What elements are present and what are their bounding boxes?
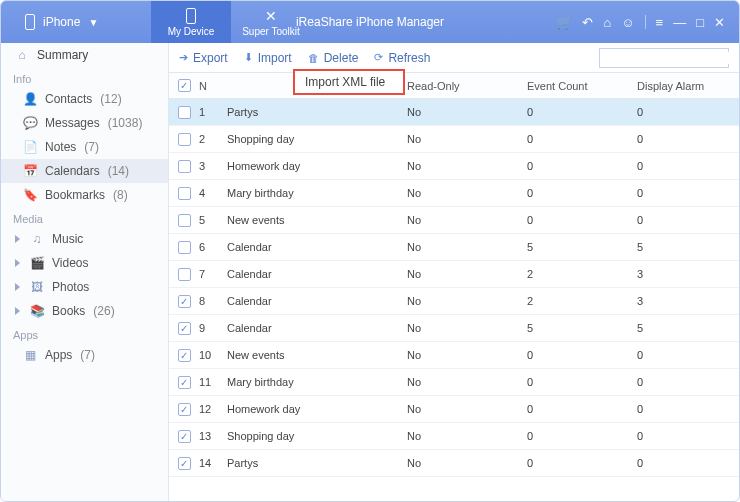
table-row[interactable]: 9CalendarNo55 [169, 315, 739, 342]
cell-displayalarm: 0 [637, 376, 739, 388]
table-row[interactable]: 12Homework dayNo00 [169, 396, 739, 423]
item-icon: 📅 [23, 164, 37, 178]
row-checkbox[interactable] [178, 133, 191, 146]
row-checkbox[interactable] [178, 403, 191, 416]
cell-name: New events [227, 214, 407, 226]
cell-readonly: No [407, 160, 527, 172]
menu-icon[interactable]: ≡ [656, 15, 664, 30]
sidebar-item-summary[interactable]: ⌂ Summary [1, 43, 168, 67]
cell-index: 9 [199, 322, 227, 334]
sidebar-item-music[interactable]: ♫Music [1, 227, 168, 251]
col-eventcount-header[interactable]: Event Count [527, 80, 637, 92]
row-checkbox[interactable] [178, 268, 191, 281]
minimize-icon[interactable]: — [673, 15, 686, 30]
sidebar-item-books[interactable]: 📚Books (26) [1, 299, 168, 323]
table-row[interactable]: 5New eventsNo00 [169, 207, 739, 234]
cell-index: 11 [199, 376, 227, 388]
sidebar-heading-apps: Apps [1, 323, 168, 343]
home-icon[interactable]: ⌂ [603, 15, 611, 30]
device-label: iPhone [43, 15, 80, 29]
cell-name: New events [227, 349, 407, 361]
sidebar-item-photos[interactable]: 🖼Photos [1, 275, 168, 299]
sidebar-item-label: Contacts [45, 92, 92, 106]
row-checkbox[interactable] [178, 106, 191, 119]
cell-eventcount: 0 [527, 133, 637, 145]
row-checkbox[interactable] [178, 187, 191, 200]
tab-my-device[interactable]: My Device [151, 1, 231, 43]
maximize-icon[interactable]: □ [696, 15, 704, 30]
cell-displayalarm: 0 [637, 133, 739, 145]
row-checkbox[interactable] [178, 241, 191, 254]
row-checkbox[interactable] [178, 349, 191, 362]
row-checkbox[interactable] [178, 376, 191, 389]
row-checkbox[interactable] [178, 322, 191, 335]
cell-name: Shopping day [227, 133, 407, 145]
separator [645, 15, 646, 29]
cell-index: 8 [199, 295, 227, 307]
row-checkbox[interactable] [178, 160, 191, 173]
row-checkbox[interactable] [178, 457, 191, 470]
table-row[interactable]: 10New eventsNo00 [169, 342, 739, 369]
cell-index: 6 [199, 241, 227, 253]
refresh-icon: ⟳ [374, 51, 383, 64]
sidebar-item-notes[interactable]: 📄Notes (7) [1, 135, 168, 159]
row-checkbox[interactable] [178, 295, 191, 308]
sidebar-item-messages[interactable]: 💬Messages (1038) [1, 111, 168, 135]
import-button[interactable]: ⬇ Import [244, 51, 292, 65]
cell-displayalarm: 0 [637, 457, 739, 469]
sidebar-item-label: Messages [45, 116, 100, 130]
search-input[interactable] [604, 52, 740, 64]
cell-index: 10 [199, 349, 227, 361]
table-row[interactable]: 7CalendarNo23 [169, 261, 739, 288]
table-row[interactable]: 4Mary birthdayNo00 [169, 180, 739, 207]
table-row[interactable]: 14PartysNo00 [169, 450, 739, 477]
trash-icon: 🗑 [308, 52, 319, 64]
cell-index: 12 [199, 403, 227, 415]
item-icon: 🔖 [23, 188, 37, 202]
item-icon: 🖼 [30, 280, 44, 294]
cell-readonly: No [407, 403, 527, 415]
import-icon: ⬇ [244, 51, 253, 64]
table-row[interactable]: 6CalendarNo55 [169, 234, 739, 261]
sidebar-item-contacts[interactable]: 👤Contacts (12) [1, 87, 168, 111]
sidebar-item-count: (8) [113, 188, 128, 202]
table-row[interactable]: 11Mary birthdayNo00 [169, 369, 739, 396]
cell-displayalarm: 0 [637, 403, 739, 415]
search-box[interactable]: 🔍 [599, 48, 729, 68]
tools-icon: ✕ [265, 8, 277, 24]
col-name-header[interactable]: N [199, 80, 227, 92]
table-row[interactable]: 3Homework dayNo00 [169, 153, 739, 180]
cart-icon[interactable]: 🛒 [556, 15, 572, 30]
dropdown-item-import-xml[interactable]: Import XML file [295, 71, 403, 93]
sidebar-item-count: (1038) [108, 116, 143, 130]
sidebar-item-calendars[interactable]: 📅Calendars (14) [1, 159, 168, 183]
main-tabs: My Device ✕ Super Toolkit [151, 1, 311, 43]
row-checkbox[interactable] [178, 214, 191, 227]
delete-button[interactable]: 🗑 Delete [308, 51, 359, 65]
cell-displayalarm: 0 [637, 430, 739, 442]
device-selector[interactable]: iPhone ▼ [15, 10, 108, 34]
cell-readonly: No [407, 133, 527, 145]
back-icon[interactable]: ↶ [582, 15, 593, 30]
select-all-checkbox[interactable] [178, 79, 191, 92]
col-displayalarm-header[interactable]: Display Alarm [637, 80, 739, 92]
sidebar-item-apps[interactable]: ▦Apps (7) [1, 343, 168, 367]
cell-displayalarm: 0 [637, 349, 739, 361]
col-readonly-header[interactable]: Read-Only [407, 80, 527, 92]
cell-displayalarm: 0 [637, 214, 739, 226]
table-row[interactable]: 8CalendarNo23 [169, 288, 739, 315]
refresh-button[interactable]: ⟳ Refresh [374, 51, 430, 65]
close-icon[interactable]: ✕ [714, 15, 725, 30]
export-button[interactable]: ➔ Export [179, 51, 228, 65]
sidebar-item-count: (7) [84, 140, 99, 154]
feedback-icon[interactable]: ☺ [621, 15, 634, 30]
sidebar-item-bookmarks[interactable]: 🔖Bookmarks (8) [1, 183, 168, 207]
table-row[interactable]: 2Shopping dayNo00 [169, 126, 739, 153]
table-row[interactable]: 1PartysNo00 [169, 99, 739, 126]
cell-eventcount: 0 [527, 376, 637, 388]
cell-displayalarm: 3 [637, 268, 739, 280]
sidebar-item-videos[interactable]: 🎬Videos [1, 251, 168, 275]
sidebar-item-label: Apps [45, 348, 72, 362]
table-row[interactable]: 13Shopping dayNo00 [169, 423, 739, 450]
row-checkbox[interactable] [178, 430, 191, 443]
